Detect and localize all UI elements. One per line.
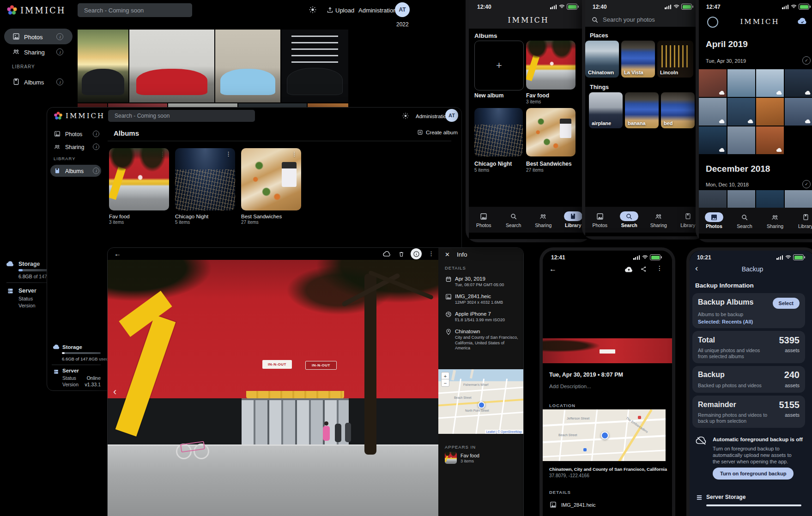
tab-photos-selected[interactable]: Photos [699,208,729,234]
photo-thumbnail[interactable] [78,30,128,102]
album-options-icon[interactable]: ⋮ [225,150,231,157]
tab-label: Search [506,222,521,228]
tab-photos[interactable]: Photos [469,207,499,233]
place-tile-lincoln[interactable]: Lincoln [657,41,693,78]
immich-flower-icon [6,5,18,16]
turn-on-backup-button[interactable]: Turn on foreground backup [713,468,794,480]
album-card-chicago-night[interactable] [474,108,523,156]
thing-tile-banana[interactable]: banana [625,92,659,128]
search-input[interactable] [78,3,192,17]
info-button-active[interactable] [411,248,422,259]
search-icon[interactable] [591,16,599,24]
album-card-fav-food[interactable]: ⋮ [109,148,169,210]
tab-library[interactable]: Library [790,208,812,234]
photo-tile[interactable] [699,98,727,126]
backup-cloud-icon[interactable] [797,17,808,25]
appears-in-album-thumb[interactable] [445,452,457,464]
previous-photo-chevron[interactable]: ‹ [113,385,116,398]
cloud-download-icon[interactable] [383,251,391,257]
administration-link[interactable]: Administration [416,113,449,120]
photo-tile[interactable] [785,69,812,97]
sharing-icon [766,212,784,222]
photo-tile[interactable] [727,69,755,97]
innout-sign-left[interactable]: IN-N-OUT [262,360,292,369]
trash-icon[interactable] [398,250,405,258]
upload-button[interactable]: Upload [335,7,354,14]
photo-tile[interactable] [699,69,727,97]
theme-toggle-sun-icon[interactable] [402,112,409,120]
album-options-icon[interactable]: ⋮ [291,150,297,157]
place-tile-la-vista[interactable]: La Vista [621,41,655,78]
tab-sharing[interactable]: Sharing [644,207,673,233]
info-icon[interactable]: i [93,144,99,150]
innout-sign-right[interactable]: IN-N-OUT [305,361,337,370]
create-album-button[interactable]: Create album [417,128,459,138]
tab-sharing[interactable]: Sharing [528,207,558,233]
close-icon[interactable]: ✕ [445,251,450,258]
photo-tile[interactable] [727,126,755,154]
search-input[interactable] [603,14,681,25]
photo-tile[interactable] [699,126,727,154]
tab-sharing[interactable]: Sharing [760,208,790,234]
stat-label: Total [698,336,715,345]
info-icon[interactable]: i [93,168,99,174]
thing-tile-bed[interactable]: bed [661,92,695,128]
map[interactable]: Jefferson Street Beach Street The Embarc… [543,409,666,461]
immich-wordmark: IMMICH [66,112,105,120]
photo-thumbnail[interactable] [215,30,280,102]
photo-tile[interactable] [756,126,784,154]
photo-tile[interactable] [785,98,812,126]
select-button[interactable]: Select [773,298,800,309]
photo-tile[interactable] [756,69,784,97]
immich-logo[interactable]: IMMICH [6,4,62,18]
select-day-check[interactable]: ✓ [802,56,811,65]
upload-icon[interactable] [326,6,333,13]
more-options-icon[interactable]: ⋮ [428,250,434,258]
photo-tile[interactable] [727,98,755,126]
appears-in-album-name[interactable]: Fav food [461,453,479,459]
photo-tile[interactable] [756,98,784,126]
thing-tile-airplane[interactable]: airplane [589,92,623,128]
album-options-icon[interactable]: ⋮ [159,150,165,157]
avatar[interactable]: AT [445,109,458,122]
auto-backup-desc: Turn on foreground backup to automatical… [713,445,799,465]
place-tile-chinatown[interactable]: Chinatown [585,41,619,78]
album-card-fav-food[interactable] [526,41,576,90]
info-icon[interactable]: i [93,131,99,137]
info-icon[interactable]: i [56,33,63,40]
tab-search[interactable]: Search [499,207,529,233]
photo-thumbnail[interactable] [129,30,214,102]
map[interactable]: Fisherman's Wharf Beach Street North Poi… [438,369,523,434]
total-card: Total 5395 All unique photos and videos … [692,331,805,363]
storage-usage: 6.6GB of 147.8GB used [62,356,109,362]
album-card-chicago-night[interactable]: ⋮ [175,148,235,210]
place-tile-label: La Vista [624,70,643,75]
tab-photos[interactable]: Photos [585,207,615,233]
share-icon[interactable] [640,265,647,273]
administration-link[interactable]: Administration [358,7,396,14]
theme-toggle-sun-icon[interactable] [309,6,317,14]
photo-strip[interactable] [543,277,672,367]
album-card-best-sandwiches[interactable] [526,108,576,156]
phone-search: 12:40 Places Chinatown La Vista Lincoln … [582,0,706,240]
info-icon[interactable]: i [56,78,63,85]
info-icon[interactable]: i [56,48,63,55]
detail-date: Apr 30, 2019 [455,276,485,282]
tab-search-selected[interactable]: Search [615,207,644,233]
more-options-icon[interactable]: ⋮ [656,264,663,273]
description-placeholder[interactable]: Add Description... [549,383,591,390]
avatar[interactable]: AT [395,2,410,17]
photo-thumbnail[interactable] [281,30,348,102]
photo-viewer[interactable]: IN-N-OUT IN-N-OUT ‹ [108,260,438,516]
map-zoom-out-button[interactable]: − [441,379,449,387]
search-input[interactable] [108,110,255,122]
select-day-check[interactable]: ✓ [802,180,811,188]
back-icon[interactable]: ← [114,250,121,258]
immich-logo[interactable]: IMMICH [54,110,104,122]
cloud-upload-icon[interactable] [624,266,633,273]
back-icon[interactable]: ← [549,264,557,274]
tab-search[interactable]: Search [729,208,760,234]
album-card-best-sandwiches[interactable]: ⋮ [241,148,301,210]
new-album-card[interactable]: + [474,41,524,90]
wifi-icon [673,4,679,9]
